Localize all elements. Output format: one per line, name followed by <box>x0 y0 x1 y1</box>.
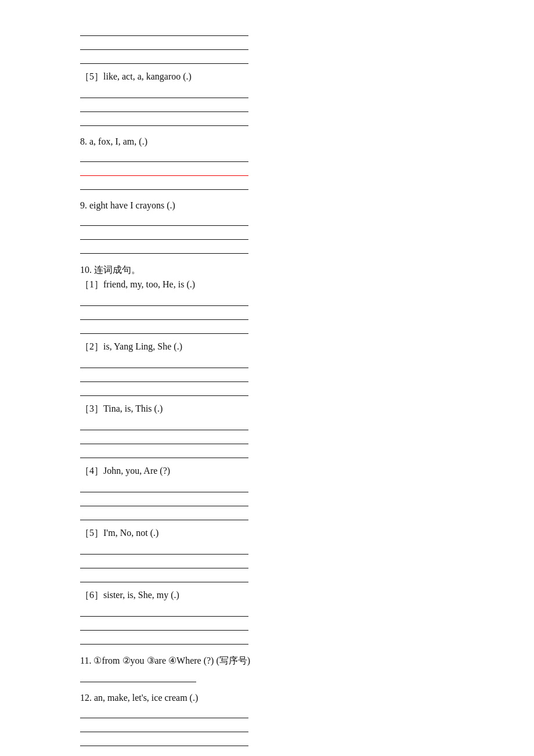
item5-line-3 <box>80 113 248 126</box>
item8-line-2-red <box>80 163 248 176</box>
sub5-line-1 <box>80 542 248 555</box>
item10-sub2-label: ［2］is, Yang Ling, She (.) <box>80 341 454 353</box>
item10-sub6-label: ［6］sister, is, She, my (.) <box>80 589 454 602</box>
item11-answer-line <box>80 669 196 682</box>
item10-section: 10. 连词成句。 ［1］friend, my, too, He, is (.)… <box>80 264 454 645</box>
item8-lines <box>80 149 454 190</box>
item10-sub1: ［1］friend, my, too, He, is (.) <box>80 279 454 334</box>
sub4-line-3 <box>80 507 248 520</box>
item12-label: 12. an, make, let's, ice cream (.) <box>80 693 454 703</box>
item8-label: 8. a, fox, I, am, (.) <box>80 136 454 147</box>
top-line-1 <box>80 23 248 36</box>
sub1-line-2 <box>80 307 248 320</box>
item9-section: 9. eight have I crayons (.) <box>80 200 454 254</box>
item8-section: 8. a, fox, I, am, (.) <box>80 136 454 190</box>
item5-lines <box>80 85 454 126</box>
item10-sub2-lines <box>80 355 454 396</box>
item9-line-2 <box>80 227 248 240</box>
item9-label: 9. eight have I crayons (.) <box>80 200 454 211</box>
sub6-line-3 <box>80 632 248 645</box>
item12-section: 12. an, make, let's, ice cream (.) <box>80 693 454 746</box>
item8-line-1 <box>80 149 248 162</box>
item5-line-2 <box>80 99 248 112</box>
sub1-line-3 <box>80 321 248 334</box>
sub3-line-1 <box>80 417 248 430</box>
top-lines-section <box>80 23 454 64</box>
item5-line-1 <box>80 85 248 98</box>
item11-section: 11. ①from ②you ③are ④Where (?) (写序号) <box>80 655 454 682</box>
sub2-line-3 <box>80 383 248 396</box>
item12-line-2 <box>80 719 248 732</box>
sub6-line-1 <box>80 604 248 617</box>
sub4-line-2 <box>80 494 248 506</box>
item10-sub5-lines <box>80 542 454 582</box>
top-line-2 <box>80 37 248 50</box>
item12-line-3 <box>80 733 248 746</box>
item10-sub1-lines <box>80 293 454 334</box>
sub6-line-2 <box>80 618 248 631</box>
item12-line-1 <box>80 705 248 718</box>
item10-sub3: ［3］Tina, is, This (.) <box>80 403 454 458</box>
sub5-line-2 <box>80 556 248 568</box>
item12-lines <box>80 705 454 746</box>
sub2-line-1 <box>80 355 248 368</box>
sub2-line-2 <box>80 369 248 382</box>
item8-line-3 <box>80 177 248 190</box>
sub1-line-1 <box>80 293 248 306</box>
top-line-3 <box>80 51 248 64</box>
item9-lines <box>80 213 454 254</box>
item10-sub4-lines <box>80 480 454 520</box>
sub4-line-1 <box>80 480 248 492</box>
item10-sub5: ［5］I'm, No, not (.) <box>80 527 454 582</box>
item10-sub6: ［6］sister, is, She, my (.) <box>80 589 454 645</box>
item10-sub6-lines <box>80 604 454 645</box>
item10-sub3-lines <box>80 417 454 458</box>
item11-label: 11. ①from ②you ③are ④Where (?) (写序号) <box>80 655 454 667</box>
item10-sub4: ［4］John, you, Are (?) <box>80 465 454 520</box>
item5-section: ［5］like, act, a, kangaroo (.) <box>80 71 454 126</box>
item5-label: ［5］like, act, a, kangaroo (.) <box>80 71 454 83</box>
item9-line-3 <box>80 241 248 254</box>
sub5-line-3 <box>80 570 248 582</box>
item10-sub1-label: ［1］friend, my, too, He, is (.) <box>80 279 454 291</box>
sub3-line-3 <box>80 445 248 458</box>
item10-sub3-label: ［3］Tina, is, This (.) <box>80 403 454 415</box>
item10-sub4-label: ［4］John, you, Are (?) <box>80 465 454 477</box>
sub3-line-2 <box>80 431 248 444</box>
item10-sub2: ［2］is, Yang Ling, She (.) <box>80 341 454 396</box>
item9-line-1 <box>80 213 248 226</box>
item10-intro: 10. 连词成句。 <box>80 264 454 276</box>
item10-sub5-label: ［5］I'm, No, not (.) <box>80 527 454 539</box>
